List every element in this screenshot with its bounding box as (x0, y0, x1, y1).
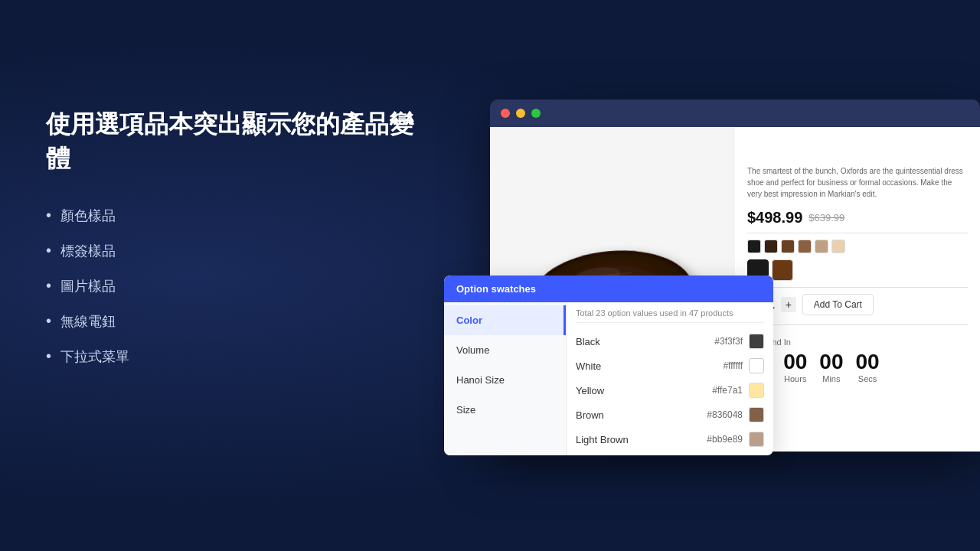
countdown-secs-num: 00 (855, 351, 879, 373)
countdown-hours-label: Hours (784, 374, 806, 383)
color-right-white: #ffffff (723, 358, 764, 373)
nav-item-hanoi-size[interactable]: Hanoi Size (444, 365, 566, 395)
right-panel: The smartest of the bunch, Oxfords are t… (444, 99, 980, 474)
price-original: $639.99 (808, 212, 844, 223)
list-item-color: 顏色樣品 (46, 207, 413, 225)
countdown-hours-num: 00 (783, 351, 807, 373)
color-hex-black: #3f3f3f (714, 336, 743, 347)
color-swatch-light-brown[interactable] (749, 432, 764, 447)
qty-add-row: − 1 + Add To Cart (747, 294, 968, 325)
swatch-mini-tan[interactable] (815, 240, 828, 253)
swatch-mini-black[interactable] (747, 240, 761, 253)
traffic-light-green[interactable] (531, 109, 541, 118)
panel-total-info: Total 23 option values used in 47 produc… (576, 308, 764, 323)
swatch-mini-brown3[interactable] (798, 240, 812, 253)
countdown-secs-label: Secs (858, 374, 877, 383)
nav-item-volume[interactable]: Volume (444, 335, 566, 365)
color-hex-white: #ffffff (723, 360, 743, 371)
color-swatch-yellow[interactable] (749, 383, 764, 398)
color-boxes (747, 259, 968, 288)
list-item-label: 標簽樣品 (46, 242, 413, 260)
panel-body: Color Volume Hanoi Size Size Total 23 op… (444, 302, 773, 455)
panel-right: Total 23 option values used in 47 produc… (567, 302, 773, 455)
countdown-mins-num: 00 (819, 351, 843, 373)
swatch-mini-brown1[interactable] (764, 240, 778, 253)
left-panel: 使用選項品本突出顯示您的產品變體 顏色樣品 標簽樣品 圖片樣品 無線電鈕 下拉式… (46, 107, 413, 366)
color-row-light-brown: Light Brown #bb9e89 (576, 427, 764, 452)
browser-titlebar (490, 99, 980, 127)
panel-header: Option swatches (444, 276, 773, 302)
feature-list: 顏色樣品 標簽樣品 圖片樣品 無線電鈕 下拉式菜單 (46, 207, 413, 366)
color-name-yellow: Yellow (576, 385, 712, 396)
color-row-white: White #ffffff (576, 354, 764, 378)
color-right-light-brown: #bb9e89 (707, 432, 764, 447)
countdown-mins: 00 Mins (819, 351, 843, 383)
color-swatches-row (747, 233, 968, 253)
color-name-light-brown: Light Brown (576, 434, 707, 445)
product-description: The smartest of the bunch, Oxfords are t… (747, 165, 968, 200)
option-swatches-panel: Option swatches Color Volume Hanoi Size … (444, 276, 773, 455)
price-current: $498.99 (747, 209, 802, 227)
color-name-white: White (576, 360, 723, 372)
countdown-row: 01 Days 00 Hours 00 Mins (747, 351, 968, 383)
sale-end-section: Sale End In 01 Days 00 Hours 00 (747, 334, 968, 386)
color-hex-yellow: #ffe7a1 (712, 385, 743, 396)
color-right-yellow: #ffe7a1 (712, 383, 764, 398)
nav-item-color[interactable]: Color (444, 305, 566, 335)
color-right-brown: #836048 (707, 407, 764, 422)
price-row: $498.99 $639.99 (747, 209, 968, 227)
color-row-yellow: Yellow #ffe7a1 (576, 378, 764, 403)
add-to-cart-button[interactable]: Add To Cart (802, 294, 874, 315)
color-swatch-brown[interactable] (749, 407, 764, 422)
color-name-black: Black (576, 336, 714, 347)
list-item-image: 圖片樣品 (46, 277, 413, 295)
color-box-brown[interactable] (772, 259, 793, 281)
main-title: 使用選項品本突出顯示您的產品變體 (46, 107, 413, 176)
swatch-mini-brown2[interactable] (781, 240, 795, 253)
panel-nav: Color Volume Hanoi Size Size (444, 302, 567, 455)
color-row-black: Black #3f3f3f (576, 329, 764, 354)
nav-item-size[interactable]: Size (444, 395, 566, 425)
color-swatch-white[interactable] (749, 358, 764, 373)
traffic-light-red[interactable] (501, 109, 510, 118)
color-row-brown: Brown #836048 (576, 403, 764, 427)
color-hex-light-brown: #bb9e89 (707, 434, 743, 445)
traffic-light-yellow[interactable] (516, 109, 525, 118)
list-item-radio: 無線電鈕 (46, 312, 413, 331)
countdown-hours: 00 Hours (783, 351, 807, 383)
color-right-black: #3f3f3f (714, 334, 764, 349)
swatch-mini-light[interactable] (831, 240, 845, 253)
countdown-secs: 00 Secs (855, 351, 879, 383)
list-item-dropdown: 下拉式菜單 (46, 347, 413, 366)
color-name-brown: Brown (576, 409, 707, 421)
countdown-mins-label: Mins (822, 374, 840, 383)
color-swatch-black[interactable] (749, 334, 764, 349)
qty-plus-button[interactable]: + (781, 297, 796, 312)
sale-end-label: Sale End In (747, 337, 968, 347)
color-hex-brown: #836048 (707, 409, 743, 420)
